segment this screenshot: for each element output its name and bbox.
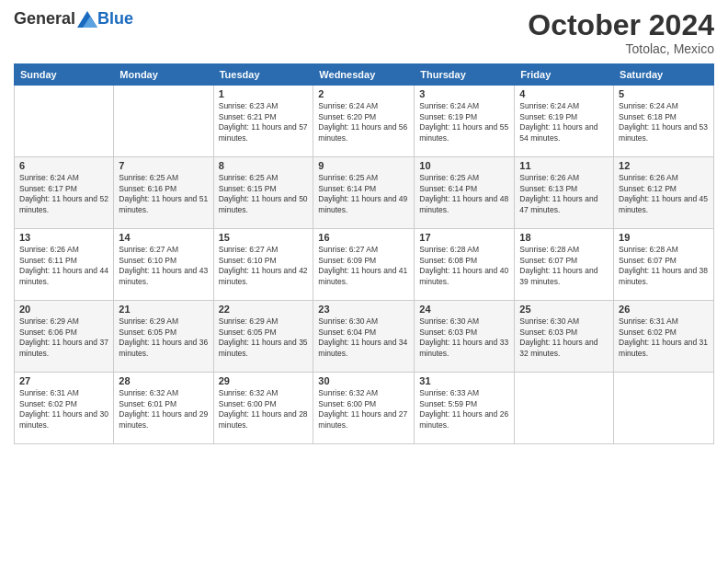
day-info: Sunrise: 6:32 AM Sunset: 6:00 PM Dayligh… xyxy=(318,388,409,431)
cell-week2-day3: 9Sunrise: 6:25 AM Sunset: 6:14 PM Daylig… xyxy=(313,157,415,229)
cell-week3-day6: 19Sunrise: 6:28 AM Sunset: 6:07 PM Dayli… xyxy=(614,229,714,301)
logo: General Blue xyxy=(14,9,133,29)
day-info: Sunrise: 6:26 AM Sunset: 6:13 PM Dayligh… xyxy=(519,173,609,215)
day-number: 22 xyxy=(219,304,309,315)
cell-week2-day6: 12Sunrise: 6:26 AM Sunset: 6:12 PM Dayli… xyxy=(614,157,714,229)
location-title: Totolac, Mexico xyxy=(528,41,714,56)
cell-week5-day2: 29Sunrise: 6:32 AM Sunset: 6:00 PM Dayli… xyxy=(213,373,313,444)
day-number: 28 xyxy=(119,375,208,386)
day-info: Sunrise: 6:26 AM Sunset: 6:11 PM Dayligh… xyxy=(19,245,108,287)
day-info: Sunrise: 6:24 AM Sunset: 6:19 PM Dayligh… xyxy=(419,101,509,144)
cell-week1-day0 xyxy=(15,86,114,157)
cell-week4-day1: 21Sunrise: 6:29 AM Sunset: 6:05 PM Dayli… xyxy=(114,301,213,373)
cell-week2-day5: 11Sunrise: 6:26 AM Sunset: 6:13 PM Dayli… xyxy=(515,157,614,229)
day-info: Sunrise: 6:29 AM Sunset: 6:05 PM Dayligh… xyxy=(119,316,208,359)
day-info: Sunrise: 6:24 AM Sunset: 6:18 PM Dayligh… xyxy=(619,101,709,144)
day-number: 21 xyxy=(119,304,208,315)
day-info: Sunrise: 6:25 AM Sunset: 6:16 PM Dayligh… xyxy=(119,173,208,215)
day-number: 6 xyxy=(19,160,108,171)
day-number: 31 xyxy=(419,375,509,386)
cell-week3-day2: 15Sunrise: 6:27 AM Sunset: 6:10 PM Dayli… xyxy=(213,229,313,301)
col-wednesday: Wednesday xyxy=(313,64,415,86)
day-number: 2 xyxy=(318,88,409,99)
cell-week4-day5: 25Sunrise: 6:30 AM Sunset: 6:03 PM Dayli… xyxy=(515,301,614,373)
cell-week4-day2: 22Sunrise: 6:29 AM Sunset: 6:05 PM Dayli… xyxy=(213,301,313,373)
cell-week2-day1: 7Sunrise: 6:25 AM Sunset: 6:16 PM Daylig… xyxy=(114,157,213,229)
logo-blue-text: Blue xyxy=(97,9,133,29)
day-info: Sunrise: 6:30 AM Sunset: 6:03 PM Dayligh… xyxy=(519,316,609,359)
logo-area: General Blue xyxy=(14,9,133,29)
day-number: 11 xyxy=(519,160,609,171)
day-info: Sunrise: 6:28 AM Sunset: 6:08 PM Dayligh… xyxy=(419,245,509,287)
day-number: 29 xyxy=(219,375,309,386)
cell-week3-day1: 14Sunrise: 6:27 AM Sunset: 6:10 PM Dayli… xyxy=(114,229,213,301)
cell-week1-day2: 1Sunrise: 6:23 AM Sunset: 6:21 PM Daylig… xyxy=(213,86,313,157)
cell-week4-day0: 20Sunrise: 6:29 AM Sunset: 6:06 PM Dayli… xyxy=(15,301,114,373)
day-number: 12 xyxy=(619,160,709,171)
col-tuesday: Tuesday xyxy=(213,64,313,86)
day-number: 1 xyxy=(219,88,309,99)
day-number: 24 xyxy=(419,304,509,315)
col-friday: Friday xyxy=(515,64,614,86)
logo-general-text: General xyxy=(14,9,75,29)
logo-icon xyxy=(77,11,97,28)
cell-week2-day2: 8Sunrise: 6:25 AM Sunset: 6:15 PM Daylig… xyxy=(213,157,313,229)
col-monday: Monday xyxy=(114,64,213,86)
cell-week2-day4: 10Sunrise: 6:25 AM Sunset: 6:14 PM Dayli… xyxy=(415,157,515,229)
day-info: Sunrise: 6:27 AM Sunset: 6:09 PM Dayligh… xyxy=(318,245,409,287)
cell-week3-day4: 17Sunrise: 6:28 AM Sunset: 6:08 PM Dayli… xyxy=(415,229,515,301)
day-number: 20 xyxy=(19,304,108,315)
day-info: Sunrise: 6:30 AM Sunset: 6:03 PM Dayligh… xyxy=(419,316,509,359)
cell-week5-day0: 27Sunrise: 6:31 AM Sunset: 6:02 PM Dayli… xyxy=(15,373,114,444)
month-title: October 2024 xyxy=(528,9,714,41)
cell-week4-day3: 23Sunrise: 6:30 AM Sunset: 6:04 PM Dayli… xyxy=(313,301,415,373)
header-row: Sunday Monday Tuesday Wednesday Thursday… xyxy=(15,64,714,86)
col-thursday: Thursday xyxy=(415,64,515,86)
day-info: Sunrise: 6:31 AM Sunset: 6:02 PM Dayligh… xyxy=(19,388,108,431)
title-area: October 2024 Totolac, Mexico xyxy=(528,9,714,56)
cell-week5-day6 xyxy=(614,373,714,444)
day-info: Sunrise: 6:32 AM Sunset: 6:01 PM Dayligh… xyxy=(119,388,208,431)
day-number: 5 xyxy=(619,88,709,99)
cell-week5-day3: 30Sunrise: 6:32 AM Sunset: 6:00 PM Dayli… xyxy=(313,373,415,444)
day-info: Sunrise: 6:26 AM Sunset: 6:12 PM Dayligh… xyxy=(619,173,709,215)
day-number: 14 xyxy=(119,232,208,243)
day-info: Sunrise: 6:29 AM Sunset: 6:06 PM Dayligh… xyxy=(19,316,108,359)
calendar-table: Sunday Monday Tuesday Wednesday Thursday… xyxy=(14,63,714,444)
day-number: 27 xyxy=(19,375,108,386)
day-info: Sunrise: 6:28 AM Sunset: 6:07 PM Dayligh… xyxy=(619,245,709,287)
cell-week1-day3: 2Sunrise: 6:24 AM Sunset: 6:20 PM Daylig… xyxy=(313,86,415,157)
day-info: Sunrise: 6:32 AM Sunset: 6:00 PM Dayligh… xyxy=(219,388,309,431)
day-number: 23 xyxy=(318,304,409,315)
day-number: 8 xyxy=(219,160,309,171)
week-row-3: 13Sunrise: 6:26 AM Sunset: 6:11 PM Dayli… xyxy=(15,229,714,301)
cell-week3-day0: 13Sunrise: 6:26 AM Sunset: 6:11 PM Dayli… xyxy=(15,229,114,301)
day-info: Sunrise: 6:24 AM Sunset: 6:17 PM Dayligh… xyxy=(19,173,108,215)
page-header: General Blue October 2024 Totolac, Mexic… xyxy=(14,9,714,56)
week-row-2: 6Sunrise: 6:24 AM Sunset: 6:17 PM Daylig… xyxy=(15,157,714,229)
cell-week5-day4: 31Sunrise: 6:33 AM Sunset: 5:59 PM Dayli… xyxy=(415,373,515,444)
day-number: 17 xyxy=(419,232,509,243)
col-sunday: Sunday xyxy=(15,64,114,86)
day-number: 3 xyxy=(419,88,509,99)
day-info: Sunrise: 6:25 AM Sunset: 6:14 PM Dayligh… xyxy=(419,173,509,215)
day-number: 13 xyxy=(19,232,108,243)
day-info: Sunrise: 6:27 AM Sunset: 6:10 PM Dayligh… xyxy=(219,245,309,287)
cell-week2-day0: 6Sunrise: 6:24 AM Sunset: 6:17 PM Daylig… xyxy=(15,157,114,229)
day-info: Sunrise: 6:25 AM Sunset: 6:15 PM Dayligh… xyxy=(219,173,309,215)
day-number: 7 xyxy=(119,160,208,171)
cell-week4-day6: 26Sunrise: 6:31 AM Sunset: 6:02 PM Dayli… xyxy=(614,301,714,373)
week-row-1: 1Sunrise: 6:23 AM Sunset: 6:21 PM Daylig… xyxy=(15,86,714,157)
cell-week1-day4: 3Sunrise: 6:24 AM Sunset: 6:19 PM Daylig… xyxy=(415,86,515,157)
day-info: Sunrise: 6:24 AM Sunset: 6:19 PM Dayligh… xyxy=(519,101,609,144)
cell-week1-day5: 4Sunrise: 6:24 AM Sunset: 6:19 PM Daylig… xyxy=(515,86,614,157)
day-number: 30 xyxy=(318,375,409,386)
cell-week3-day5: 18Sunrise: 6:28 AM Sunset: 6:07 PM Dayli… xyxy=(515,229,614,301)
day-info: Sunrise: 6:28 AM Sunset: 6:07 PM Dayligh… xyxy=(519,245,609,287)
day-number: 18 xyxy=(519,232,609,243)
cell-week1-day6: 5Sunrise: 6:24 AM Sunset: 6:18 PM Daylig… xyxy=(614,86,714,157)
cell-week3-day3: 16Sunrise: 6:27 AM Sunset: 6:09 PM Dayli… xyxy=(313,229,415,301)
cell-week4-day4: 24Sunrise: 6:30 AM Sunset: 6:03 PM Dayli… xyxy=(415,301,515,373)
day-number: 9 xyxy=(318,160,409,171)
day-info: Sunrise: 6:30 AM Sunset: 6:04 PM Dayligh… xyxy=(318,316,409,359)
